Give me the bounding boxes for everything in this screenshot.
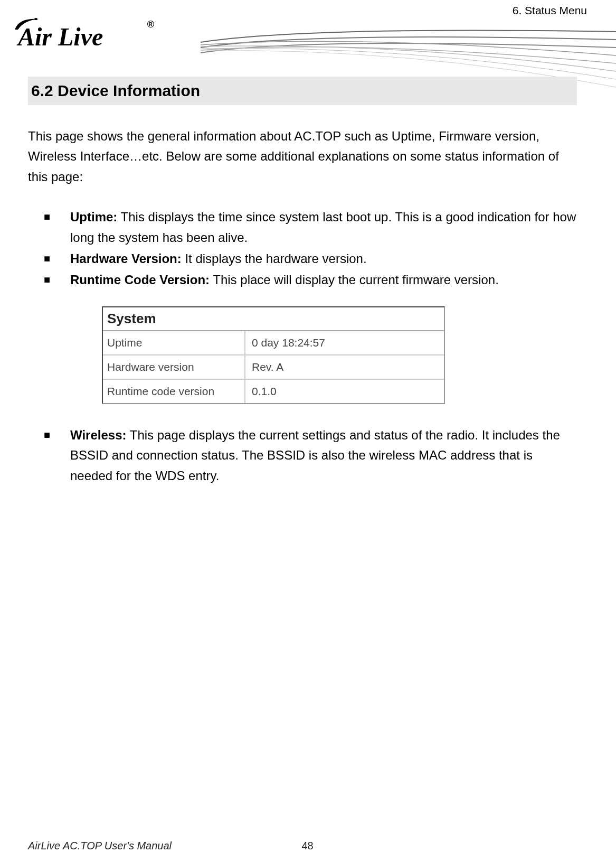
page-content: 6.2 Device Information This page shows t… [28, 77, 577, 502]
table-cell-value: 0 day 18:24:57 [245, 331, 444, 354]
table-cell-label: Uptime [103, 331, 245, 354]
section-heading: 6.2 Device Information [28, 77, 577, 105]
table-cell-label: Runtime code version [103, 380, 245, 403]
table-cell-value: Rev. A [245, 355, 444, 379]
table-cell-value: 0.1.0 [245, 380, 444, 403]
system-table-header: System [103, 307, 444, 331]
bullet-text: It displays the hardware version. [182, 251, 367, 266]
list-item: Runtime Code Version: This place will di… [44, 270, 577, 290]
table-row: Hardware versionRev. A [103, 355, 444, 380]
system-table: System Uptime0 day 18:24:57Hardware vers… [102, 306, 445, 404]
list-item: Wireless: This page displays the current… [44, 425, 577, 486]
table-cell-label: Hardware version [103, 355, 245, 379]
brand-logo: Air Live ® [13, 10, 150, 52]
bullet-text: This place will display the current firm… [210, 273, 499, 287]
chapter-label: 6. Status Menu [513, 4, 587, 17]
page-footer: AirLive AC.TOP User's Manual 48 [28, 840, 587, 852]
bullet-text: This page displays the current settings … [70, 428, 560, 483]
bullet-title: Uptime: [70, 210, 117, 224]
bullet-title: Hardware Version: [70, 251, 182, 266]
list-item: Uptime: This displays the time since sys… [44, 207, 577, 248]
bullet-list-1: Uptime: This displays the time since sys… [44, 207, 577, 291]
logo-text: Air Live [18, 22, 103, 51]
bullet-list-2: Wireless: This page displays the current… [44, 425, 577, 486]
bullet-title: Runtime Code Version: [70, 273, 210, 287]
footer-page-number: 48 [301, 840, 313, 852]
footer-manual-title: AirLive AC.TOP User's Manual [28, 840, 172, 852]
table-row: Uptime0 day 18:24:57 [103, 331, 444, 355]
table-row: Runtime code version0.1.0 [103, 380, 444, 403]
bullet-title: Wireless: [70, 428, 127, 442]
list-item: Hardware Version: It displays the hardwa… [44, 249, 577, 269]
intro-paragraph: This page shows the general information … [28, 126, 577, 187]
svg-point-0 [34, 18, 37, 20]
bullet-text: This displays the time since system last… [70, 210, 576, 244]
